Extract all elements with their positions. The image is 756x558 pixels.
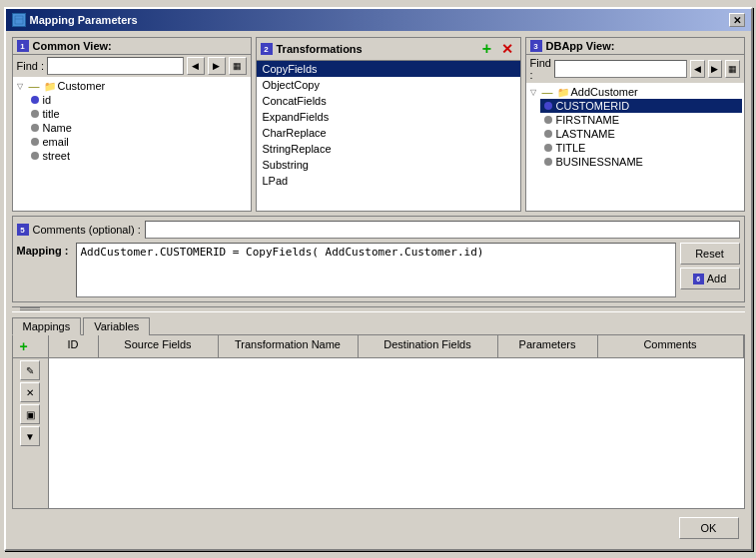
main-window: Mapping Parameters ✕ 1 Common View: Find…	[4, 7, 753, 551]
dbapp-item-title[interactable]: TITLE	[540, 141, 742, 155]
dbapp-label-businessname: BUSINESSNAME	[556, 156, 643, 168]
field-dot-title	[31, 110, 39, 118]
tab-variables[interactable]: Variables	[83, 317, 150, 335]
dbapp-find-back-btn[interactable]: ◀	[690, 60, 705, 78]
table-body: ✎ ✕ ▣ ▼	[13, 358, 744, 508]
close-button[interactable]: ✕	[729, 13, 745, 27]
table-delete-btn[interactable]: ✕	[20, 382, 40, 402]
expand-icon[interactable]: ▽	[17, 82, 27, 91]
common-view-find-fwd-btn[interactable]: ▶	[208, 57, 226, 75]
field-dot-name	[31, 124, 39, 132]
mapping-textarea[interactable]	[76, 243, 676, 297]
tab-mappings[interactable]: Mappings	[12, 317, 82, 335]
divider-line-2	[20, 309, 40, 310]
dbapp-tree-children: CUSTOMERID FIRSTNAME LASTNAME TITLE	[528, 99, 742, 169]
dbapp-folder-icon: 📁	[557, 87, 569, 98]
table-move-btn[interactable]: ▼	[20, 426, 40, 446]
transformations-add-btn[interactable]: +	[478, 40, 496, 58]
dbapp-view-header: 3 DBApp View:	[526, 38, 744, 55]
list-item-stringreplace[interactable]: StringReplace	[257, 141, 520, 157]
common-view-panel: 1 Common View: Find : ◀ ▶ ▦ ▽ — 📁 Custom…	[12, 37, 252, 212]
dbapp-label-customerid: CUSTOMERID	[556, 100, 630, 112]
top-panels: 1 Common View: Find : ◀ ▶ ▦ ▽ — 📁 Custom…	[12, 37, 745, 212]
svg-rect-0	[15, 16, 23, 24]
list-item-charreplace[interactable]: CharReplace	[257, 125, 520, 141]
add-button[interactable]: 6 Add	[680, 268, 740, 289]
tree-root-item[interactable]: ▽ — 📁 Customer	[15, 79, 249, 93]
bottom-section: Mappings Variables + ID Source Fields Tr…	[12, 316, 745, 509]
dbapp-find-fwd-btn[interactable]: ▶	[708, 60, 723, 78]
dbapp-dot-customerid	[544, 102, 552, 110]
table-edit-btn[interactable]: ✎	[20, 360, 40, 380]
field-dot-id	[31, 96, 39, 104]
ok-button[interactable]: OK	[679, 517, 739, 539]
reset-button[interactable]: Reset	[680, 243, 740, 265]
dbapp-tree-root[interactable]: ▽ — 📁 AddCustomer	[528, 85, 742, 99]
dbapp-find-label: Find :	[530, 57, 552, 81]
divider-line-1	[20, 307, 40, 308]
comments-label: Comments (optional) :	[33, 224, 141, 236]
dbapp-item-lastname[interactable]: LASTNAME	[540, 127, 742, 141]
col-header-comments: Comments	[598, 335, 744, 357]
dbapp-item-customerid[interactable]: CUSTOMERID	[540, 99, 742, 113]
list-item-concatfields[interactable]: ConcatFields	[257, 93, 520, 109]
table-left-toolbar: ✎ ✕ ▣ ▼	[13, 358, 49, 508]
list-item-lpad[interactable]: LPad	[257, 173, 520, 189]
common-view-find-row: Find : ◀ ▶ ▦	[13, 55, 251, 77]
common-view-header: 1 Common View:	[13, 38, 251, 55]
dbapp-dot-title	[544, 144, 552, 152]
dbapp-expand-icon[interactable]: ▽	[530, 88, 540, 97]
window-content: 1 Common View: Find : ◀ ▶ ▦ ▽ — 📁 Custom…	[6, 31, 751, 549]
list-item-objectcopy[interactable]: ObjectCopy	[257, 77, 520, 93]
tree-label-title: title	[43, 108, 60, 120]
transformations-list: CopyFields ObjectCopy ConcatFields Expan…	[257, 61, 520, 211]
table-header: + ID Source Fields Transformation Name D…	[13, 335, 744, 358]
tree-item-name[interactable]: Name	[27, 121, 249, 135]
tree-label-email: email	[43, 136, 69, 148]
panel1-number: 1	[17, 40, 29, 52]
tree-item-title[interactable]: title	[27, 107, 249, 121]
add-btn-number: 6	[693, 274, 704, 284]
common-view-find-filter-btn[interactable]: ▦	[229, 57, 247, 75]
dbapp-dot-lastname	[544, 130, 552, 138]
panel2-title: Transformations	[277, 43, 363, 55]
transformations-panel: 2 Transformations + ✕ CopyFields ObjectC…	[256, 37, 521, 212]
transformations-remove-btn[interactable]: ✕	[498, 40, 516, 58]
folder-icon: 📁	[44, 81, 56, 92]
dbapp-dot-firstname	[544, 116, 552, 124]
common-view-find-label: Find :	[17, 60, 45, 72]
dbapp-find-filter-btn[interactable]: ▦	[725, 60, 740, 78]
list-item-copyfields[interactable]: CopyFields	[257, 61, 520, 77]
panel1-title: Common View:	[33, 40, 112, 52]
panel3-number: 3	[530, 40, 542, 52]
comments-row: 5 Comments (optional) :	[17, 221, 740, 239]
field-dot-street	[31, 152, 39, 160]
tree-item-id[interactable]: id	[27, 93, 249, 107]
dbapp-label-lastname: LASTNAME	[556, 128, 615, 140]
dbapp-tree-root-label: AddCustomer	[571, 86, 638, 98]
panel3-title: DBApp View:	[546, 40, 615, 52]
divider-handle	[20, 307, 40, 311]
middle-section: 5 Comments (optional) : Mapping : Reset …	[12, 216, 745, 302]
table-toolbar-header: +	[13, 335, 49, 357]
table-copy-btn[interactable]: ▣	[20, 404, 40, 424]
tree-item-street[interactable]: street	[27, 149, 249, 163]
dbapp-find-row: Find : ◀ ▶ ▦	[526, 55, 744, 83]
divider-bar[interactable]	[12, 306, 745, 312]
dbapp-item-businessname[interactable]: BUSINESSNAME	[540, 155, 742, 169]
comments-input[interactable]	[145, 221, 740, 239]
tree-item-email[interactable]: email	[27, 135, 249, 149]
panel2-number: 2	[261, 43, 273, 55]
bottom-bar: OK	[12, 513, 745, 543]
common-view-find-back-btn[interactable]: ◀	[187, 57, 205, 75]
tree-label-street: street	[43, 150, 71, 162]
list-item-substring[interactable]: Substring	[257, 157, 520, 173]
common-view-find-input[interactable]	[47, 57, 183, 75]
dbapp-find-input[interactable]	[554, 60, 687, 78]
dbapp-dot-businessname	[544, 158, 552, 166]
dbapp-item-firstname[interactable]: FIRSTNAME	[540, 113, 742, 127]
mapping-label: Mapping :	[17, 243, 72, 257]
dbapp-label-title: TITLE	[556, 142, 586, 154]
list-item-expandfields[interactable]: ExpandFields	[257, 109, 520, 125]
table-add-btn[interactable]: +	[15, 337, 33, 355]
